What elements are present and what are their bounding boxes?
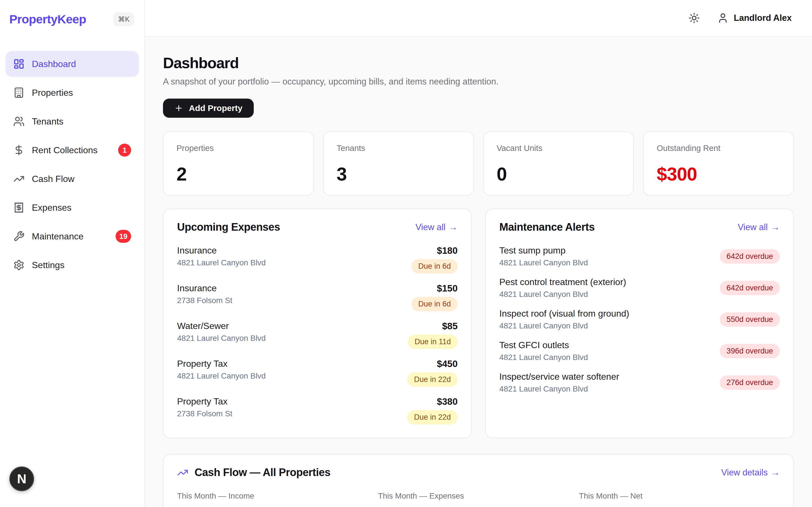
alert-info: Inspect/service water softener 4821 Laur…: [499, 372, 619, 393]
stat-value: 2: [176, 165, 300, 183]
expense-info: Property Tax 2738 Folsom St: [177, 396, 232, 425]
main-column: Landlord Alex Dashboard A snapshot of yo…: [145, 0, 812, 507]
building-icon: [13, 87, 24, 98]
expense-address: 4821 Laurel Canyon Blvd: [177, 258, 266, 267]
alert-row: Test GFCI outlets 4821 Laurel Canyon Blv…: [499, 335, 780, 367]
stat-label: Vacant Units: [497, 144, 620, 153]
page-title: Dashboard: [163, 54, 794, 71]
alert-row: Pest control treatment (exterior) 4821 L…: [499, 272, 780, 304]
cash-flow-metric: This Month — Income $2,700: [177, 492, 378, 507]
expenses-list: Insurance 4821 Laurel Canyon Blvd $180 D…: [177, 240, 458, 429]
sidebar-item-label: Expenses: [32, 203, 71, 213]
panel-title: Upcoming Expenses: [177, 221, 280, 233]
panel-header: Cash Flow — All Properties View details …: [177, 466, 780, 478]
expense-name: Water/Sewer: [177, 321, 266, 331]
expense-name: Property Tax: [177, 396, 232, 407]
alert-name: Test sump pump: [499, 245, 588, 256]
stat-label: Outstanding Rent: [657, 144, 780, 153]
due-badge: Due in 11d: [408, 335, 458, 349]
expense-row: Property Tax 2738 Folsom St $380 Due in …: [177, 392, 458, 429]
command-palette-shortcut[interactable]: ⌘K: [114, 13, 134, 26]
due-badge: Due in 22d: [407, 410, 458, 425]
expense-info: Insurance 2738 Folsom St: [177, 283, 232, 311]
user-name: Landlord Alex: [733, 13, 792, 23]
stat-value: 0: [497, 165, 620, 183]
alert-address: 4821 Laurel Canyon Blvd: [499, 353, 588, 362]
add-property-button[interactable]: Add Property: [163, 99, 254, 118]
alert-name: Inspect roof (visual from ground): [499, 308, 629, 319]
cash-flow-metrics: This Month — Income $2,700 This Month — …: [177, 492, 780, 507]
link-label: View all: [738, 222, 768, 232]
rent-collections-badge: 1: [118, 144, 131, 157]
expense-amount: $85: [442, 321, 458, 332]
expense-amount-block: $85 Due in 11d: [408, 321, 458, 349]
sidebar-item-cash-flow[interactable]: Cash Flow: [5, 166, 139, 192]
sidebar-header: PropertyKeep ⌘K: [5, 12, 139, 26]
alerts-view-all-link[interactable]: View all →: [738, 222, 780, 232]
theme-toggle-button[interactable]: [688, 12, 700, 24]
user-menu[interactable]: Landlord Alex: [717, 12, 792, 24]
cash-flow-metric: This Month — Expenses $1,365: [378, 492, 579, 507]
topbar: Landlord Alex: [145, 0, 812, 37]
stat-label: Tenants: [337, 144, 460, 153]
expense-row: Insurance 4821 Laurel Canyon Blvd $180 D…: [177, 240, 458, 278]
expense-info: Insurance 4821 Laurel Canyon Blvd: [177, 245, 266, 274]
alert-row: Inspect roof (visual from ground) 4821 L…: [499, 304, 780, 335]
alert-info: Test sump pump 4821 Laurel Canyon Blvd: [499, 245, 588, 267]
nextjs-dev-badge[interactable]: N: [9, 466, 34, 491]
alert-row: Inspect/service water softener 4821 Laur…: [499, 367, 780, 398]
user-icon: [717, 12, 728, 24]
alert-row: Test sump pump 4821 Laurel Canyon Blvd 6…: [499, 240, 780, 272]
plus-icon: [174, 104, 183, 113]
metric-label: This Month — Income: [177, 492, 378, 501]
sidebar-item-maintenance[interactable]: Maintenance 19: [5, 223, 139, 249]
sidebar-item-label: Properties: [32, 88, 73, 98]
sidebar-item-label: Rent Collections: [32, 145, 98, 156]
expense-address: 2738 Folsom St: [177, 296, 232, 305]
stat-card-tenants: Tenants 3: [323, 131, 474, 196]
sidebar-item-label: Cash Flow: [32, 174, 74, 184]
alert-address: 4821 Laurel Canyon Blvd: [499, 290, 626, 299]
alert-name: Pest control treatment (exterior): [499, 277, 626, 287]
overdue-badge: 642d overdue: [720, 249, 780, 264]
cash-flow-metric: This Month — Net $1,335: [579, 492, 780, 507]
sidebar-item-dashboard[interactable]: Dashboard: [5, 51, 139, 77]
expense-amount-block: $180 Due in 6d: [411, 245, 458, 274]
overdue-badge: 276d overdue: [720, 376, 780, 390]
users-icon: [13, 116, 24, 127]
cash-flow-panel: Cash Flow — All Properties View details …: [163, 454, 794, 507]
sidebar-item-settings[interactable]: Settings: [5, 252, 139, 278]
expense-amount: $150: [437, 283, 458, 294]
link-label: View all: [416, 222, 446, 232]
maintenance-alerts-panel: Maintenance Alerts View all → Test sump …: [485, 209, 794, 438]
brand-logo: PropertyKeep: [9, 12, 86, 26]
stat-value: $300: [657, 165, 780, 183]
expense-row: Insurance 2738 Folsom St $150 Due in 6d: [177, 278, 458, 316]
alerts-list: Test sump pump 4821 Laurel Canyon Blvd 6…: [499, 240, 780, 398]
arrow-right-icon: →: [771, 222, 780, 232]
panel-header: Maintenance Alerts View all →: [499, 221, 780, 233]
expenses-view-all-link[interactable]: View all →: [416, 222, 458, 232]
sidebar: PropertyKeep ⌘K Dashboard Properties Ten…: [0, 0, 145, 507]
stat-card-outstanding-rent: Outstanding Rent $300: [643, 131, 794, 196]
panel-title: Cash Flow — All Properties: [195, 466, 331, 478]
overdue-badge: 642d overdue: [720, 281, 780, 295]
sidebar-item-tenants[interactable]: Tenants: [5, 108, 139, 134]
receipt-icon: [13, 202, 24, 213]
page-subtitle: A snapshot of your portfolio — occupancy…: [163, 76, 794, 87]
cash-flow-title-wrap: Cash Flow — All Properties: [177, 466, 331, 478]
expense-name: Insurance: [177, 245, 266, 256]
expense-name: Insurance: [177, 283, 232, 293]
sidebar-item-expenses[interactable]: Expenses: [5, 194, 139, 221]
cash-flow-view-details-link[interactable]: View details →: [721, 467, 780, 478]
expense-amount: $180: [437, 245, 458, 256]
expense-amount-block: $380 Due in 22d: [407, 396, 458, 425]
sidebar-item-properties[interactable]: Properties: [5, 80, 139, 106]
trending-up-icon: [177, 467, 188, 478]
sidebar-item-rent-collections[interactable]: Rent Collections 1: [5, 137, 139, 163]
sidebar-item-label: Maintenance: [32, 231, 84, 242]
alert-address: 4821 Laurel Canyon Blvd: [499, 321, 629, 330]
alert-info: Test GFCI outlets 4821 Laurel Canyon Blv…: [499, 340, 588, 362]
trending-up-icon: [13, 173, 24, 184]
expense-amount: $380: [437, 396, 458, 407]
